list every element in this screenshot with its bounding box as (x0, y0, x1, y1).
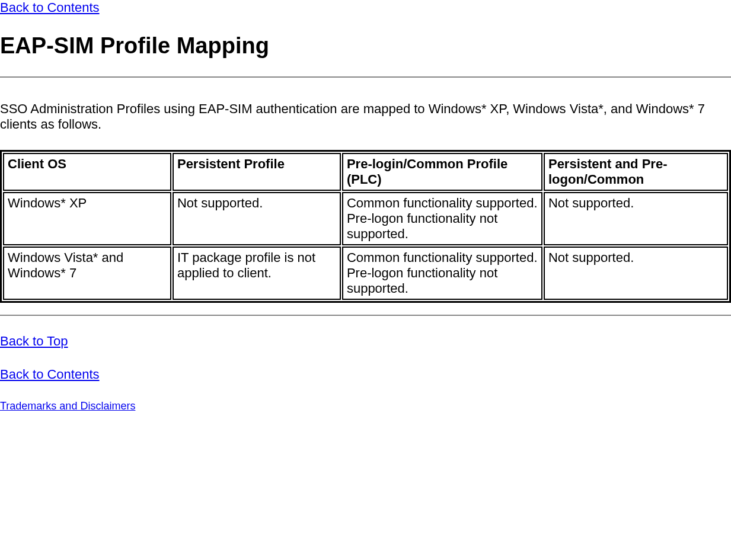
table-header-row: Client OS Persistent Profile Pre-login/C… (3, 153, 728, 191)
cell-line1: Common functionality supported. (347, 196, 538, 210)
cell-prelogin-common: Common functionality supported. Pre-logo… (342, 247, 542, 300)
back-to-top-link[interactable]: Back to Top (0, 334, 68, 348)
divider-bottom (0, 315, 731, 316)
header-client-os: Client OS (3, 153, 171, 191)
table-row: Windows* XP Not supported. Common functi… (3, 192, 728, 245)
cell-line2: Pre-logon functionality not supported. (347, 265, 497, 296)
cell-persistent-prelogon: Not supported. (544, 192, 728, 245)
cell-client-os: Windows Vista* and Windows* 7 (3, 247, 171, 300)
cell-client-os: Windows* XP (3, 192, 171, 245)
cell-prelogin-common: Common functionality supported. Pre-logo… (342, 192, 542, 245)
mapping-table: Client OS Persistent Profile Pre-login/C… (0, 150, 731, 303)
cell-persistent-prelogon: Not supported. (544, 247, 728, 300)
cell-persistent-profile: IT package profile is not applied to cli… (173, 247, 341, 300)
table-row: Windows Vista* and Windows* 7 IT package… (3, 247, 728, 300)
back-to-contents-link-bottom[interactable]: Back to Contents (0, 367, 100, 382)
page-title: EAP-SIM Profile Mapping (0, 33, 731, 59)
cell-line1: Common functionality supported. (347, 250, 538, 265)
header-prelogin-common: Pre-login/Common Profile (PLC) (342, 153, 542, 191)
intro-text: SSO Administration Profiles using EAP-SI… (0, 101, 731, 132)
back-to-contents-link-top[interactable]: Back to Contents (0, 0, 100, 15)
header-persistent-prelogon: Persistent and Pre-logon/Common (544, 153, 728, 191)
divider-top (0, 76, 731, 78)
trademarks-link[interactable]: Trademarks and Disclaimers (0, 400, 135, 412)
cell-line2: Pre-logon functionality not supported. (347, 211, 497, 241)
cell-persistent-profile: Not supported. (173, 192, 341, 245)
header-persistent-profile: Persistent Profile (173, 153, 341, 191)
